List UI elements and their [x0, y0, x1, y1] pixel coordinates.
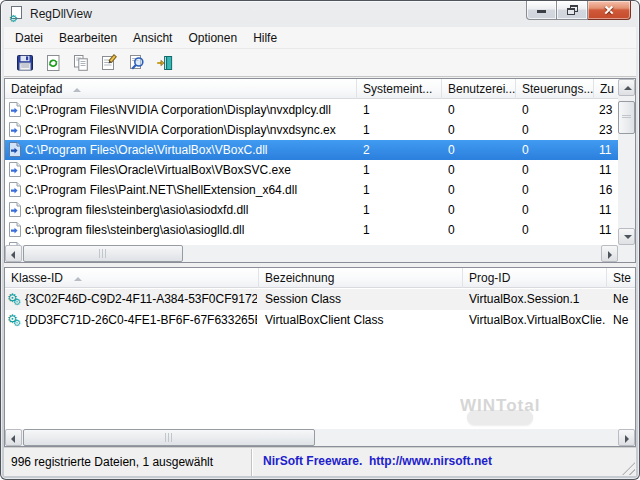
com-gears-icon: ⚙⚙	[7, 289, 25, 307]
menu-ansicht[interactable]: Ansicht	[125, 28, 180, 48]
arrow-right-icon	[625, 435, 629, 443]
arrow-left-icon	[11, 251, 15, 259]
menubar: Datei Bearbeiten Ansicht Optionen Hilfe	[4, 27, 636, 49]
horizontal-scroll-thumb[interactable]	[23, 429, 315, 446]
save-icon	[16, 54, 34, 72]
toolbar	[4, 49, 636, 77]
close-icon	[603, 4, 615, 16]
table-row[interactable]: c:\program files\steinberg\asio\asioglld…	[5, 220, 618, 240]
table-row-selected[interactable]: C:\Program Files\Oracle\VirtualBox\VBoxC…	[5, 140, 618, 160]
vertical-scroll-thumb[interactable]	[618, 101, 635, 134]
scroll-left-button[interactable]	[5, 429, 22, 446]
dll-file-icon	[8, 122, 21, 137]
horizontal-scrollbar-top[interactable]	[5, 245, 618, 262]
copy-icon	[72, 54, 90, 72]
class-list-header: Klasse-ID Bezeichnung Prog-ID Ste	[5, 268, 635, 288]
column-klasse-id[interactable]: Klasse-ID	[5, 268, 259, 288]
status-file-count: 996 registrierte Dateien, 1 ausgewählt	[4, 449, 252, 476]
minimize-icon	[537, 10, 546, 13]
refresh-icon	[44, 54, 62, 72]
watermark: WINTotal	[460, 396, 540, 416]
save-button[interactable]	[14, 52, 36, 74]
scroll-left-button[interactable]	[5, 245, 22, 262]
dll-file-icon	[8, 162, 21, 177]
list-item[interactable]: ⚙⚙ {DD3FC71D-26C0-4FE1-BF6F-67F633265B..…	[5, 310, 635, 331]
arrow-right-icon	[608, 251, 612, 259]
window-controls	[526, 1, 631, 20]
client-area: Datei Bearbeiten Ansicht Optionen Hilfe	[4, 27, 636, 476]
status-bar: 996 registrierte Dateien, 1 ausgewählt N…	[4, 447, 636, 476]
vertical-scrollbar[interactable]	[618, 79, 635, 245]
dll-file-icon	[8, 142, 21, 157]
exit-button[interactable]	[154, 52, 176, 74]
column-benutzereintraege[interactable]: Benutzerei...	[442, 79, 516, 99]
properties-button[interactable]	[98, 52, 120, 74]
column-dateipfad[interactable]: Dateipfad	[5, 79, 357, 99]
file-list-rows: C:\Program Files\NVIDIA Corporation\Disp…	[5, 100, 618, 245]
find-icon	[128, 54, 146, 72]
restore-button[interactable]	[557, 1, 588, 20]
table-row[interactable]: C:\Program Files\Oracle\VirtualBox\VBoxS…	[5, 160, 618, 180]
exit-icon	[156, 54, 174, 72]
scrollbar-corner	[618, 245, 635, 262]
arrow-down-icon	[624, 235, 632, 239]
class-list-rows: ⚙⚙ {3C02F46D-C9D2-4F11-A384-53F0CF9172..…	[5, 289, 635, 429]
column-zuletzt[interactable]: Zu	[594, 79, 618, 99]
properties-icon	[100, 54, 118, 72]
resize-grip-icon[interactable]	[622, 462, 635, 475]
column-systemeintraege[interactable]: Systemeint...	[357, 79, 442, 99]
menu-datei[interactable]: Datei	[7, 28, 51, 48]
table-row[interactable]: C:\Program Files\NVIDIA Corporation\Disp…	[5, 100, 618, 120]
sort-asc-icon	[73, 88, 81, 92]
titlebar[interactable]: ⚙ RegDllView	[0, 0, 640, 27]
minimize-button[interactable]	[526, 1, 557, 20]
menu-hilfe[interactable]: Hilfe	[245, 28, 285, 48]
window-title: RegDllView	[30, 7, 92, 21]
file-list-pane: Dateipfad Systemeint... Benutzerei... St…	[4, 78, 636, 263]
scroll-down-button[interactable]	[618, 228, 635, 245]
nirsoft-link[interactable]: NirSoft Freeware. http://www.nirsoft.net	[254, 449, 622, 476]
table-row[interactable]: C:\Program Files\Paint.NET\ShellExtensio…	[5, 180, 618, 200]
horizontal-scrollbar-bottom[interactable]	[5, 429, 635, 446]
menu-bearbeiten[interactable]: Bearbeiten	[51, 28, 125, 48]
column-bezeichnung[interactable]: Bezeichnung	[259, 268, 463, 288]
refresh-button[interactable]	[42, 52, 64, 74]
find-button[interactable]	[126, 52, 148, 74]
scroll-right-button[interactable]	[601, 245, 618, 262]
list-item[interactable]: ⚙⚙ {3C02F46D-C9D2-4F11-A384-53F0CF9172..…	[5, 289, 635, 310]
table-row[interactable]: C:\Program Files\NVIDIA Corporation\Disp…	[5, 120, 618, 140]
arrow-up-icon	[624, 86, 632, 90]
column-steuerung[interactable]: Ste	[607, 268, 635, 288]
dll-file-icon	[8, 202, 21, 217]
column-prog-id[interactable]: Prog-ID	[463, 268, 607, 288]
app-icon: ⚙	[10, 6, 25, 21]
arrow-left-icon	[11, 435, 15, 443]
file-list-header: Dateipfad Systemeint... Benutzerei... St…	[5, 79, 618, 99]
class-list-pane: Klasse-ID Bezeichnung Prog-ID Ste ⚙⚙ {3C…	[4, 267, 636, 447]
com-gears-icon: ⚙⚙	[7, 310, 25, 328]
horizontal-scroll-thumb[interactable]	[23, 245, 183, 262]
scroll-right-button[interactable]	[618, 429, 635, 446]
menu-optionen[interactable]: Optionen	[180, 28, 245, 48]
scroll-up-button[interactable]	[618, 79, 635, 96]
close-button[interactable]	[588, 1, 631, 20]
dll-file-icon	[8, 102, 21, 117]
dll-file-icon	[8, 222, 21, 237]
column-steuerungseintraege[interactable]: Steuerungs...	[516, 79, 594, 99]
copy-button[interactable]	[70, 52, 92, 74]
table-row[interactable]: c:\program files\steinberg\asio\asiodxfd…	[5, 200, 618, 220]
dll-file-icon	[8, 182, 21, 197]
sort-asc-icon	[74, 277, 82, 281]
regdllview-window: ⚙ RegDllView Datei Bearbeiten Ansicht Op…	[0, 0, 640, 480]
